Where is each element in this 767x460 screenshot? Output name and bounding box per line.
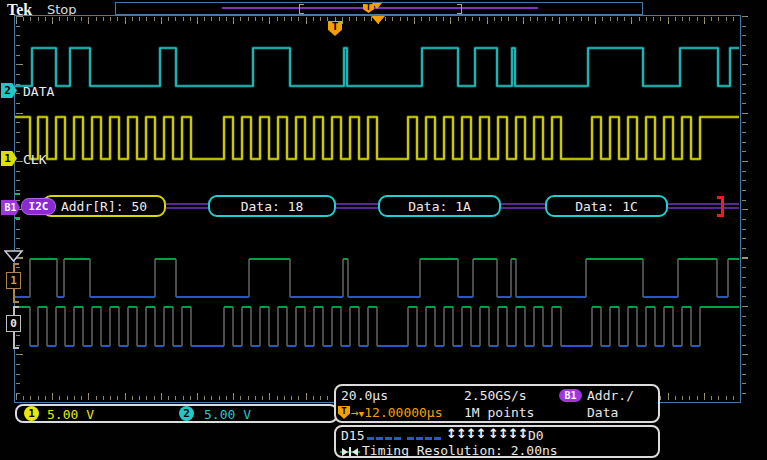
bus-level-dot-top (15, 193, 20, 195)
timing-resolution-icon (340, 446, 360, 457)
channel2-label: DATA (23, 84, 54, 99)
trigger-t-small-icon: T (338, 406, 350, 419)
d-low-bar (407, 437, 414, 440)
timing-resolution-value: Timing Resolution: 2.00ns (362, 443, 558, 458)
record-length-value: 1M points (464, 405, 534, 420)
digital-position-icon (4, 250, 24, 263)
record-trigger-position-icon (372, 3, 382, 9)
trigger-position-value: →▼12.00000µs (351, 405, 443, 420)
graticule-ticks-right-minor (742, 16, 746, 400)
record-view-bar: T (115, 2, 643, 15)
bus-decode-data-box-1: Data: 18 (208, 195, 336, 217)
oscilloscope-screen: Tek Stop T T 2 DATA 1 CLK B1 I2C Addr[R]… (0, 0, 767, 460)
channel1-circle-badge: 1 (24, 406, 39, 421)
d-low-bar (376, 437, 383, 440)
bus-readout-line2: Data (587, 405, 618, 420)
trigger-arrow-icon: → (351, 405, 359, 420)
bus1-readout-badge: B1 (559, 389, 582, 402)
bus-readout-line1: Addr./ (587, 388, 634, 403)
d-low-bar (394, 437, 401, 440)
sample-rate-value: 2.50GS/s (464, 388, 527, 403)
horizontal-readout: 20.0µs 2.50GS/s B1 Addr./ T →▼12.00000µs… (334, 384, 660, 423)
d-activity-arrows-icon: ↕↕↕↕ (446, 426, 486, 441)
d-activity-arrows-icon: ↕↕↕↕ (488, 426, 528, 441)
bus-end-bracket-icon (717, 196, 724, 217)
bus-decode-data-box-3: Data: 1C (545, 195, 668, 217)
d0-label-readout: D0 (528, 428, 544, 443)
channel1-label: CLK (23, 152, 46, 167)
bus-decode-address-box: Addr[R]: 50 (42, 195, 166, 217)
d-low-bar (416, 437, 423, 440)
vertical-scale-readout: 1 5.00 V 2 5.00 V (15, 404, 338, 423)
record-view-open-bracket (299, 4, 304, 14)
bus-level-dot-bottom (15, 217, 20, 219)
d-low-bar (367, 437, 374, 440)
trigger-time: 12.00000µs (364, 405, 442, 420)
d1-label: 1 (6, 272, 21, 289)
channel1-scale: 5.00 V (47, 407, 94, 422)
trigger-position-icon (371, 16, 385, 24)
d-low-bar (425, 437, 432, 440)
d15-label: D15 (341, 428, 364, 443)
digital-readout: D15 ↕↕↕↕ ↕↕↕↕ D0 Timing Resolution: 2.00… (334, 425, 660, 458)
bus-decode-data-box-2: Data: 1A (378, 195, 501, 217)
record-view-close-bracket (457, 4, 462, 14)
d0-label: 0 (6, 315, 21, 332)
d-low-bar (434, 437, 441, 440)
bus-type-pill: I2C (21, 198, 56, 215)
d-low-bar (385, 437, 392, 440)
channel2-circle-badge: 2 (179, 406, 194, 421)
timebase-value: 20.0µs (341, 388, 388, 403)
channel2-scale: 5.00 V (204, 407, 251, 422)
